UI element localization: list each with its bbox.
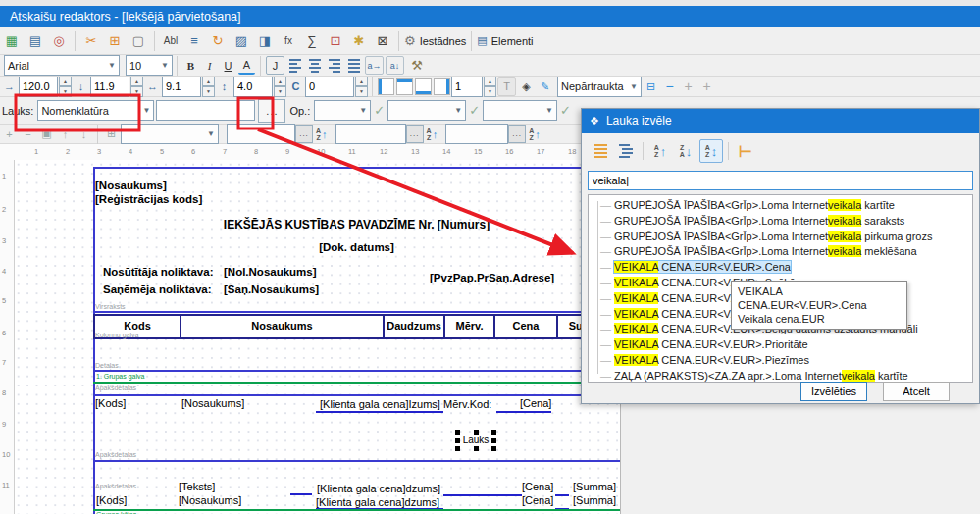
print-preview-icon[interactable]: ◎ xyxy=(48,30,70,52)
justify-block-button[interactable]: J xyxy=(266,56,284,75)
x-spinner[interactable]: ▲▼ xyxy=(59,77,72,97)
field-list-item[interactable]: —VEIKALA CENA.EUR<V.EUR>.Piezīmes xyxy=(600,354,809,369)
subrow-a-summa[interactable]: [Summa] xyxy=(573,481,616,492)
subrow-b-overlap[interactable]: [Klienta gala cena]dzums] xyxy=(316,496,439,508)
paste-icon[interactable]: ▢ xyxy=(128,30,149,52)
y-position-input[interactable]: 11.9 xyxy=(90,77,129,97)
move-up-icon[interactable]: ↑ xyxy=(57,126,74,142)
line-style-select[interactable]: Nepārtraukta▼ xyxy=(557,77,642,97)
doc-field-nosaukums[interactable]: [Nosaukums] xyxy=(95,180,167,191)
border-left-button[interactable] xyxy=(378,78,394,95)
zoom-out-button[interactable]: − xyxy=(661,78,678,95)
field-list-item[interactable]: —GRUPĒJOŠĀ ĪPAŠĪBA<GrĪp>.Loma Internetve… xyxy=(600,199,895,214)
doc-sender-label[interactable]: Nosūtītāja noliktava: xyxy=(103,266,213,278)
flat-list-icon[interactable] xyxy=(589,139,612,163)
doc-receiver-label[interactable]: Saņēmēja noliktava: xyxy=(103,283,212,295)
subrow-b-nosaukums[interactable]: [Nosaukums] xyxy=(179,494,241,506)
selection-handle[interactable] xyxy=(474,446,479,451)
field-list-item[interactable]: —VEIKALA CENA.EUR<V.EUR>.Prioritāte xyxy=(600,338,808,353)
datetime-icon[interactable]: ⊡ xyxy=(325,30,346,52)
sort-asc-icon[interactable]: AZ↑ xyxy=(648,139,672,163)
check-icon[interactable]: ✓ xyxy=(560,103,571,118)
zoom-in-button[interactable]: + xyxy=(680,78,696,95)
hierarchy-icon[interactable]: ⊢ xyxy=(734,139,757,163)
selection-handle[interactable] xyxy=(491,446,496,451)
rotation-spinner[interactable]: ▲▼ xyxy=(355,77,368,97)
dialog-titlebar[interactable]: ❖Lauka izvēle xyxy=(582,109,979,133)
selected-lauks-element[interactable]: Lauks xyxy=(457,432,494,449)
memo-tool-icon[interactable]: ≡ xyxy=(183,30,205,52)
sort-picker-3[interactable]: ... xyxy=(508,125,526,143)
pen-icon[interactable]: ✎ xyxy=(537,78,553,95)
table-header-nosaukums[interactable]: Nosaukums xyxy=(181,316,385,337)
op-select-1[interactable]: ▼ xyxy=(314,100,371,121)
detail-field-merv[interactable]: Mērv.Kod: xyxy=(443,398,491,410)
height-input[interactable]: 4.0 xyxy=(233,77,273,97)
align-justify-button[interactable] xyxy=(348,59,360,73)
cut-icon[interactable]: ✂ xyxy=(80,30,102,52)
x-position-input[interactable]: 120.0 xyxy=(19,77,58,97)
sort-desc-icon[interactable]: ZA↓ xyxy=(674,139,697,163)
field-list-item[interactable]: —GRUPĒJOŠĀ ĪPAŠĪBA<GrĪp>.Loma Internetve… xyxy=(600,245,917,260)
field-search-input[interactable]: veikala| xyxy=(588,171,973,190)
rich-text-tool-icon[interactable]: ◨ xyxy=(254,30,276,52)
rotate-tool-icon[interactable]: ↻ xyxy=(207,30,229,52)
height-spinner[interactable]: ▲▼ xyxy=(274,77,286,97)
settings-button[interactable]: ⚙ Iestādnes xyxy=(404,30,466,52)
selection-icon[interactable]: ⊠ xyxy=(372,30,393,52)
tree-icon[interactable]: ⊞ xyxy=(103,126,120,142)
selection-handle[interactable] xyxy=(455,430,460,435)
doc-field-receiver[interactable]: [Saņ.Nosaukums] xyxy=(224,283,319,295)
remove-icon[interactable]: − xyxy=(20,126,36,142)
selection-handle[interactable] xyxy=(491,438,496,443)
detail-field-kods[interactable]: [Kods] xyxy=(95,397,126,409)
field-name-select[interactable]: Nomenklatūra▼ xyxy=(37,100,154,121)
text-color-button[interactable]: T xyxy=(497,77,516,96)
check-icon[interactable]: ✓ xyxy=(374,103,385,118)
border-right-button[interactable] xyxy=(434,78,450,95)
check-icon[interactable]: ✓ xyxy=(469,103,480,118)
field-selection-dialog[interactable]: ❖Lauka izvēle AZ↑ ZA↓ AZ↕ ⊢ veikala| —GR… xyxy=(581,108,980,404)
bold-button[interactable]: B xyxy=(182,57,199,74)
doc-table-header[interactable]: KodsNosaukumsDaudzumsMērv.CenaSumma xyxy=(93,314,620,339)
subrow-a-overlap[interactable]: [Klienta gala cena]dzums] xyxy=(317,483,440,494)
sort-natural-icon[interactable]: AZ↕ xyxy=(699,139,723,163)
rotation-input[interactable]: 0 xyxy=(305,77,354,97)
underline-button[interactable]: U xyxy=(220,57,236,74)
sort-picker-2[interactable]: ... xyxy=(406,125,424,143)
table-header-daudzums[interactable]: Daudzums xyxy=(385,316,445,337)
y-spinner[interactable]: ▲▼ xyxy=(130,77,143,97)
selection-handle[interactable] xyxy=(455,438,460,443)
selection-handle[interactable] xyxy=(491,430,496,435)
zoom-in-2-button[interactable]: + xyxy=(698,78,715,95)
label-tool-icon[interactable]: Abl xyxy=(160,30,181,52)
doc-field-sender[interactable]: [Nol.Nosaukums] xyxy=(224,266,317,278)
selection-handle[interactable] xyxy=(455,446,460,451)
font-family-select[interactable]: Arial▼ xyxy=(4,55,120,76)
copy-icon[interactable]: ⊞ xyxy=(104,30,126,52)
op-select-2[interactable]: ▼ xyxy=(387,100,466,121)
width-spinner[interactable]: ▲▼ xyxy=(202,77,215,97)
field-list-item[interactable]: —GRUPĒJOŠĀ ĪPAŠĪBA<GrĪp>.Loma Internetve… xyxy=(600,215,904,230)
subrow-b-summa[interactable]: [Summa] xyxy=(573,494,616,506)
clock-doc-icon[interactable]: ▣ xyxy=(38,126,55,142)
doc-title[interactable]: IEKŠĒJĀS KUSTĪBAS PAVADZĪME Nr. [Numurs] xyxy=(93,218,620,231)
field-list-item[interactable]: —VEIKALA CENA.EUR<V.EUR>.Cena xyxy=(600,261,791,276)
tree-list-icon[interactable] xyxy=(614,139,638,163)
picture-tool-icon[interactable]: ▨ xyxy=(231,30,252,52)
fill-color-icon[interactable]: ◈ xyxy=(518,78,535,95)
select-button[interactable]: Izvēlēties xyxy=(800,382,867,401)
italic-button[interactable]: I xyxy=(201,57,218,74)
align-left-button[interactable] xyxy=(289,59,301,73)
subrow-b-cena[interactable]: [Cena] xyxy=(522,494,553,506)
elements-button[interactable]: ▤ Elementi xyxy=(477,30,533,52)
printer-icon[interactable]: ⊟ xyxy=(643,78,659,95)
expression-icon[interactable]: fx xyxy=(278,30,299,52)
field-expression-input[interactable] xyxy=(156,100,255,121)
field-picker-button[interactable]: ... xyxy=(258,99,285,123)
table-header-mrv[interactable]: Mērv. xyxy=(445,316,495,337)
width-input[interactable]: 9.1 xyxy=(162,77,201,97)
font-color-button[interactable]: A xyxy=(238,56,255,75)
border-bottom-button[interactable] xyxy=(415,78,432,95)
align-right-button[interactable] xyxy=(329,59,340,73)
